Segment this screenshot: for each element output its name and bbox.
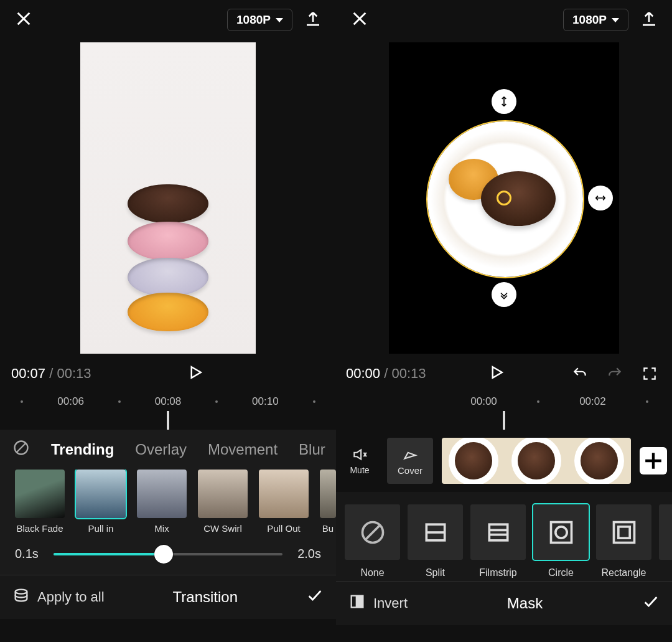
panel-title: Mask [408, 595, 642, 612]
resolution-label: 1080P [572, 13, 607, 27]
confirm-icon[interactable] [642, 593, 660, 614]
panel-title: Transition [105, 588, 306, 606]
tab-overlay[interactable]: Overlay [135, 441, 187, 458]
mask-center-ring[interactable] [497, 191, 511, 205]
mask-filmstrip[interactable]: Filmstrip [470, 504, 526, 578]
apply-all-icon[interactable] [12, 587, 30, 608]
tick-label: 00:08 [155, 395, 182, 408]
vertical-resize-handle[interactable] [492, 89, 516, 114]
time-readout: 00:00 / 00:13 [346, 366, 426, 382]
svg-point-6 [555, 526, 566, 537]
mask-canvas[interactable] [389, 42, 619, 354]
svg-rect-4 [489, 524, 507, 541]
tick-label: 00:10 [252, 395, 279, 408]
canvas-image [80, 42, 256, 354]
mute-button[interactable]: Mute [341, 446, 378, 475]
caret-down-icon [276, 18, 283, 22]
duration-slider[interactable]: 0.1s 2.0s [0, 538, 336, 575]
tick-label: 00:00 [470, 395, 497, 408]
tab-blur[interactable]: Blur [299, 441, 325, 458]
close-icon[interactable] [14, 9, 34, 31]
playhead[interactable] [167, 411, 169, 430]
clip-strip[interactable] [442, 438, 631, 484]
preview[interactable] [336, 40, 672, 356]
none-icon[interactable] [12, 439, 30, 460]
bottom-bar: Invert Mask [336, 581, 672, 625]
cover-button[interactable]: Cover [387, 438, 433, 484]
resolution-label: 1080P [236, 13, 271, 27]
time-bar: 00:07 / 00:13 [0, 356, 336, 391]
feather-handle[interactable] [492, 282, 516, 307]
effect-cw-swirl[interactable]: CW Swirl [198, 470, 248, 534]
time-bar: 00:00 / 00:13 [336, 356, 672, 391]
right-screen: 1080P [336, 0, 672, 642]
tick-label: 00:02 [579, 395, 606, 408]
svg-rect-8 [618, 526, 629, 537]
export-icon[interactable] [304, 9, 322, 31]
fullscreen-button[interactable] [637, 361, 662, 386]
effect-mix[interactable]: Mix [137, 470, 187, 534]
resolution-dropdown[interactable]: 1080P [227, 9, 292, 31]
horizontal-resize-handle[interactable] [588, 186, 613, 210]
mask-rectangle[interactable]: Rectangle [596, 504, 651, 578]
slider-knob[interactable] [154, 545, 173, 564]
play-button[interactable] [186, 363, 205, 384]
resolution-dropdown[interactable]: 1080P [563, 9, 628, 31]
tick-label: 00:06 [57, 395, 84, 408]
undo-button[interactable] [567, 361, 592, 386]
mask-more[interactable] [659, 504, 672, 578]
topbar: 1080P [336, 0, 672, 40]
tab-movement[interactable]: Movement [208, 441, 278, 458]
effect-black-fade[interactable]: Black Fade [15, 470, 65, 534]
play-button[interactable] [487, 363, 506, 384]
redo-button[interactable] [602, 361, 627, 386]
transition-tabs: Trending Overlay Movement Blur Ba [0, 430, 336, 470]
bottom-bar: Apply to all Transition [0, 575, 336, 619]
mask-options: None Split Filmstrip Circle Rectangle [336, 492, 672, 581]
svg-rect-5 [551, 522, 571, 542]
svg-point-1 [16, 590, 27, 594]
slider-min: 0.1s [15, 547, 39, 561]
topbar: 1080P [0, 0, 336, 40]
mask-circle[interactable]: Circle [533, 504, 589, 578]
ruler[interactable]: 00:06 00:08 00:10 [0, 391, 336, 430]
invert-mask-icon[interactable] [348, 593, 366, 614]
effect-pull-in[interactable]: Pull in [76, 470, 126, 534]
export-icon[interactable] [640, 9, 658, 31]
mask-split[interactable]: Split [408, 504, 463, 578]
effect-more[interactable]: Bu [320, 470, 336, 534]
confirm-icon[interactable] [306, 587, 324, 608]
time-readout: 00:07 / 00:13 [11, 366, 91, 382]
mask-none[interactable]: None [345, 504, 400, 578]
ruler[interactable]: 00:00 00:02 [336, 391, 672, 430]
timeline-tools: Mute Cover [336, 430, 672, 492]
svg-rect-10 [358, 596, 363, 608]
playhead[interactable] [503, 411, 505, 430]
preview[interactable] [0, 40, 336, 356]
slider-max: 2.0s [297, 547, 321, 561]
invert-label[interactable]: Invert [373, 595, 408, 611]
apply-all-label[interactable]: Apply to all [37, 589, 105, 605]
effect-thumbnails: Black Fade Pull in Mix CW Swirl Pull Out… [0, 470, 336, 538]
left-screen: 1080P 00:07 / 00:13 [0, 0, 336, 642]
tab-trending[interactable]: Trending [51, 441, 114, 458]
svg-rect-7 [614, 522, 634, 542]
add-clip-button[interactable] [640, 447, 667, 474]
svg-rect-9 [352, 596, 357, 608]
caret-down-icon [612, 18, 619, 22]
close-icon[interactable] [350, 9, 370, 31]
effect-pull-out[interactable]: Pull Out [259, 470, 309, 534]
